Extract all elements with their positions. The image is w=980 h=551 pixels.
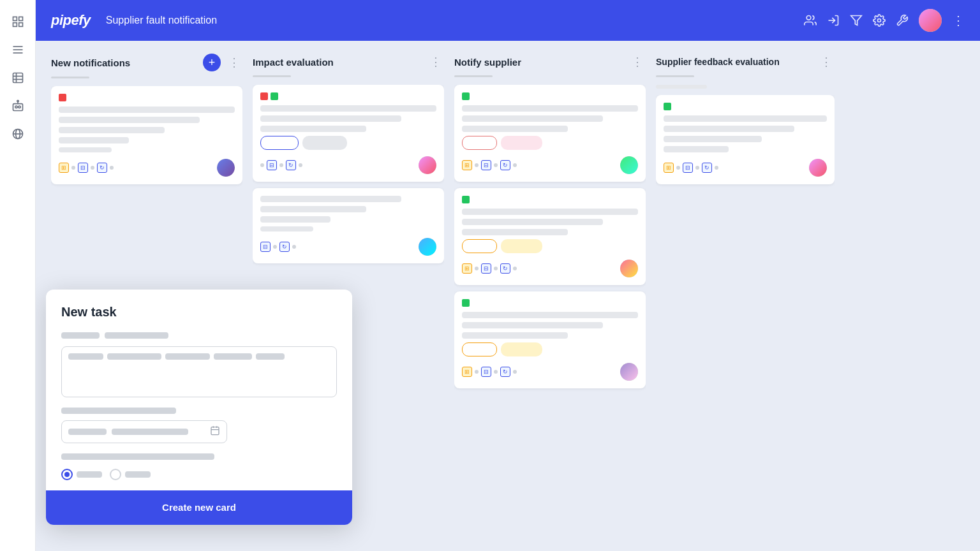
card-line-3 <box>260 216 330 223</box>
wrench-icon[interactable] <box>896 14 909 27</box>
more-options-icon[interactable]: ⋮ <box>952 13 965 28</box>
sidebar-item-globe[interactable] <box>6 122 29 145</box>
mini-dot-2 <box>292 245 296 249</box>
column-underline-col1 <box>51 77 89 78</box>
card-icon-row: ⊞ ⊟ ↻ <box>462 263 517 274</box>
radio-group-2 <box>110 469 151 480</box>
card-dot-green <box>462 92 470 100</box>
column-underline-col3 <box>454 75 493 77</box>
card-col1-1[interactable]: ⊞ ⊟ ↻ <box>51 86 242 184</box>
card-line-3 <box>59 127 165 133</box>
card-mini-dot-1 <box>71 166 75 170</box>
modal-body: New task <box>46 290 352 490</box>
card-line-2 <box>260 206 366 212</box>
sidebar-item-table[interactable] <box>6 66 29 89</box>
card-mini-icon-2: ⊟ <box>481 367 491 377</box>
avatar-image <box>919 9 942 32</box>
card-mini-icon-3: ↻ <box>702 163 712 173</box>
column-cards-col4: ⊞ ⊟ ↻ <box>656 95 835 538</box>
col4-scrollbar <box>656 85 707 89</box>
card-line-1 <box>664 115 827 122</box>
column-more-icon-col1[interactable]: ⋮ <box>226 54 242 71</box>
mini-dot <box>676 166 680 170</box>
card-tag-blue-outline <box>260 136 299 150</box>
svg-marker-21 <box>851 16 862 26</box>
card-footer-col4-1: ⊞ ⊟ ↻ <box>664 159 827 177</box>
filter-icon[interactable] <box>850 14 863 27</box>
modal-date-input[interactable] <box>61 420 227 443</box>
column-more-icon-col4[interactable]: ⋮ <box>818 54 835 70</box>
card-col3-1[interactable]: ⊞ ⊟ ↻ <box>454 85 646 182</box>
modal-extra-sk <box>61 453 214 460</box>
card-footer-col3-1: ⊞ ⊟ ↻ <box>462 156 638 174</box>
sidebar-item-list[interactable] <box>6 38 29 61</box>
card-line-2 <box>59 117 200 123</box>
card-dot-red <box>260 92 268 100</box>
mini-dot <box>260 163 264 167</box>
column-more-icon-col2[interactable]: ⋮ <box>427 54 444 70</box>
card-col2-1[interactable]: ⊟ ↻ <box>253 85 444 182</box>
card-col3-3[interactable]: ⊞ ⊟ ↻ <box>454 291 646 388</box>
card-line-1 <box>260 105 436 112</box>
column-notify-supplier: Notify supplier ⋮ ⊞ <box>454 54 646 538</box>
page-title: Supplier fault notification <box>106 15 804 26</box>
card-avatar-col3-1 <box>620 156 638 174</box>
card-avatar-col2-2 <box>419 238 436 256</box>
card-mini-dot-3 <box>110 166 114 170</box>
card-line-3 <box>462 332 568 339</box>
card-line-3 <box>260 126 366 132</box>
sk-text-4 <box>214 353 252 360</box>
pipefy-logo: pipefy <box>51 12 91 29</box>
enter-icon[interactable] <box>827 14 840 27</box>
column-title-impact: Impact evaluation <box>253 57 422 68</box>
sk-text-5 <box>256 353 285 360</box>
modal-title: New task <box>61 305 337 320</box>
radio-button-2[interactable] <box>110 469 121 480</box>
sidebar-item-grid[interactable] <box>6 10 29 33</box>
column-header-new-notifications: New notifications + ⋮ <box>51 54 242 71</box>
settings-icon[interactable] <box>873 14 886 27</box>
card-line-2 <box>664 126 794 132</box>
column-more-icon-col3[interactable]: ⋮ <box>629 54 646 70</box>
create-new-card-button[interactable]: Create new card <box>46 490 352 525</box>
card-line-1 <box>462 105 638 112</box>
card-footer-col2-2: ⊟ ↻ <box>260 238 436 256</box>
sidebar-item-bot[interactable] <box>6 94 29 117</box>
header: pipefy Supplier fault notification <box>36 0 980 41</box>
people-icon[interactable] <box>804 14 817 27</box>
mini-dot-2 <box>494 267 498 270</box>
card-icon-row: ⊟ ↻ <box>260 242 296 252</box>
card-dot-green <box>271 92 278 100</box>
card-tag-orange-fill <box>501 239 542 253</box>
column-supplier-feedback: Supplier feedback evaluation ⋮ ⊞ <box>656 54 835 538</box>
mini-dot <box>273 245 277 249</box>
column-title-feedback: Supplier feedback evaluation <box>656 57 813 67</box>
card-footer-col2-1: ⊟ ↻ <box>260 156 436 174</box>
card-line-1 <box>59 107 235 113</box>
card-col3-2[interactable]: ⊞ ⊟ ↻ <box>454 188 646 285</box>
mini-dot <box>475 267 479 270</box>
mini-dot-3 <box>299 163 302 167</box>
card-col4-1[interactable]: ⊞ ⊟ ↻ <box>656 95 835 184</box>
card-line-3 <box>664 136 762 142</box>
modal-description-textarea[interactable] <box>61 346 337 397</box>
card-line-1 <box>462 312 638 318</box>
svg-point-12 <box>15 106 17 108</box>
card-line-2 <box>462 219 603 225</box>
card-mini-icon-3: ↻ <box>500 367 510 377</box>
svg-rect-3 <box>19 23 22 27</box>
svg-rect-7 <box>13 73 22 83</box>
radio-button-1[interactable] <box>61 469 73 480</box>
card-avatar-col3-2 <box>620 260 638 277</box>
add-card-button-col1[interactable]: + <box>203 54 221 71</box>
card-footer-col3-2: ⊞ ⊟ ↻ <box>462 260 638 277</box>
card-icon-row: ⊞ ⊟ ↻ <box>462 367 517 377</box>
card-mini-icon-2: ↻ <box>279 242 290 252</box>
user-avatar[interactable] <box>919 9 942 32</box>
card-tag-pink-fill <box>501 136 542 150</box>
radio-label-sk-2 <box>125 471 151 478</box>
card-col2-2[interactable]: ⊟ ↻ <box>253 188 444 263</box>
card-mini-icon-1: ⊞ <box>462 263 472 274</box>
card-line-5 <box>59 147 112 152</box>
column-cards-col3: ⊞ ⊟ ↻ <box>454 85 646 538</box>
